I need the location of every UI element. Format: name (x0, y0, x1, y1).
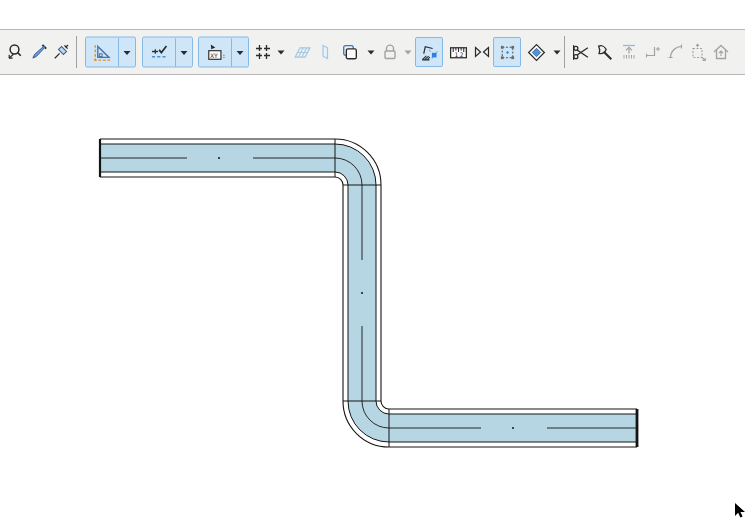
mouse-cursor (729, 501, 745, 519)
duct-object[interactable] (100, 139, 637, 447)
drawing-canvas[interactable] (0, 75, 745, 519)
segment-midpoint-dot (218, 157, 220, 159)
segment-midpoint-dot (361, 292, 363, 294)
duct-drawing (0, 0, 745, 519)
segment-midpoint-dot (512, 427, 514, 429)
app-window: XY : (0, 0, 745, 519)
